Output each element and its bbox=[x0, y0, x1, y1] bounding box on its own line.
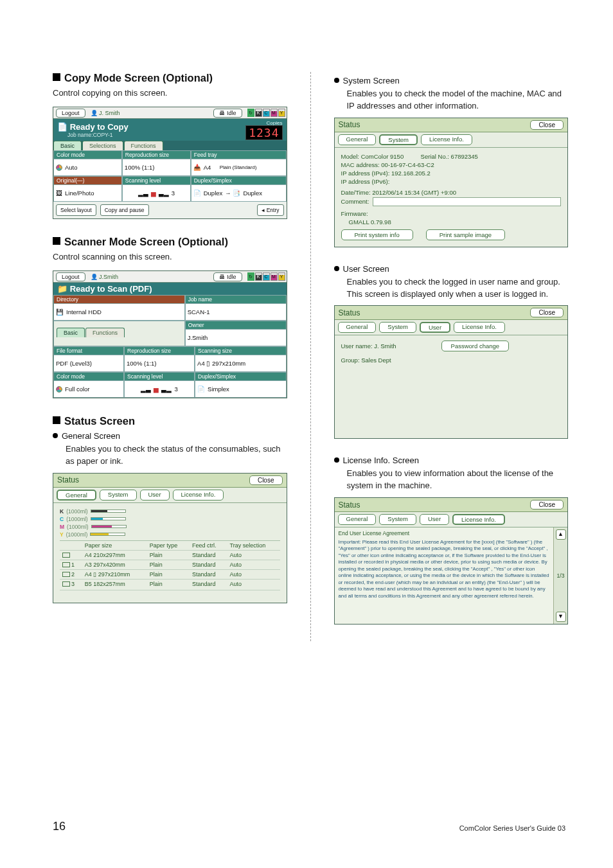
tab-system[interactable]: System bbox=[379, 134, 418, 145]
ink-row: K(1000ml) bbox=[60, 508, 280, 515]
tab-user[interactable]: User bbox=[420, 322, 450, 333]
fileformat-btn[interactable]: PDF (Level3) bbox=[54, 355, 123, 371]
tray-icon bbox=[62, 572, 70, 577]
tray-icon bbox=[62, 562, 70, 567]
comment-field[interactable] bbox=[373, 197, 561, 206]
colormode-btn[interactable]: Full color bbox=[54, 380, 123, 397]
heading-status: Status Screen bbox=[53, 415, 287, 427]
tab-system[interactable]: System bbox=[379, 514, 416, 525]
owner-field[interactable]: J.Smith bbox=[186, 329, 286, 346]
tray-icon bbox=[62, 581, 70, 587]
duplex-btn[interactable]: 📄 Duplex → 📑 Duplex bbox=[191, 184, 286, 201]
colorwheel-icon bbox=[56, 386, 62, 393]
mac-line: MAC address: 00-16-97-C4-63-C2 bbox=[341, 161, 562, 168]
tab-user[interactable]: User bbox=[140, 490, 170, 500]
select-layout-button[interactable]: Select layout bbox=[56, 204, 96, 216]
directory-btn[interactable]: 💾 Internal HDD bbox=[54, 303, 184, 320]
tab-license[interactable]: License Info. bbox=[421, 134, 472, 145]
footer-text: ComColor Series User's Guide 03 bbox=[459, 824, 565, 832]
tab-user[interactable]: User bbox=[420, 514, 449, 525]
page-indicator: 1/3 bbox=[557, 572, 565, 579]
tab-general[interactable]: General bbox=[338, 134, 377, 145]
ink-row: M(1000ml) bbox=[60, 524, 280, 530]
ip6-line: IP address (IPv6): bbox=[341, 178, 562, 185]
copies-value: 1234 bbox=[245, 125, 282, 140]
tab-system[interactable]: System bbox=[100, 490, 137, 500]
tab-functions[interactable]: Functions bbox=[85, 328, 125, 337]
scanner-sub: Control scanning on this screen. bbox=[53, 252, 287, 261]
colormode-btn[interactable]: Auto bbox=[54, 159, 121, 175]
general-desc: Enables you to check the status of the c… bbox=[66, 443, 287, 468]
close-button[interactable]: Close bbox=[530, 500, 564, 509]
tray-icon bbox=[62, 553, 70, 558]
copy-sub: Control copying on this screen. bbox=[53, 88, 287, 98]
heading-scanner: Scanner Mode Screen (Optional) bbox=[53, 236, 287, 248]
tab-general[interactable]: General bbox=[57, 490, 96, 500]
table-row: 1A3 297x420mmPlainStandardAuto bbox=[60, 560, 280, 569]
colorwheel-icon bbox=[56, 164, 62, 171]
tab-general[interactable]: General bbox=[338, 322, 377, 333]
user-label: 👤 J.Smith bbox=[91, 274, 119, 280]
tab-basic[interactable]: Basic bbox=[53, 141, 82, 150]
tab-system[interactable]: System bbox=[379, 322, 416, 333]
system-desc: Enables you to check the model of the ma… bbox=[347, 88, 569, 112]
close-button[interactable]: Close bbox=[530, 308, 564, 317]
tab-license[interactable]: License Info. bbox=[454, 322, 505, 333]
ink-indicators: ↻ KCMY bbox=[247, 109, 285, 117]
ready-label: Ready to Scan (PDF) bbox=[70, 284, 152, 294]
original-btn[interactable]: 🖼 Line/Photo bbox=[54, 184, 121, 201]
repro-btn[interactable]: 100% (1:1) bbox=[123, 159, 190, 175]
eula-text: End User License Agreement Important: Pl… bbox=[335, 527, 554, 624]
password-change-button[interactable]: Password change bbox=[441, 341, 510, 351]
scansize-btn[interactable]: A4 ▯ 297x210mm bbox=[195, 355, 285, 371]
logout-button[interactable]: Logout bbox=[56, 109, 85, 118]
logout-button[interactable]: Logout bbox=[56, 272, 85, 281]
user-title: User Screen bbox=[334, 264, 569, 274]
user-label: 👤 J. Smith bbox=[91, 110, 120, 116]
ip4-line: IP address (IPv4): 192.168.205.2 bbox=[341, 170, 562, 177]
scanner-panel: Logout 👤 J.Smith 🖶 Idle ↻KCMY 📁 Ready to… bbox=[53, 270, 287, 398]
ink-row: Y(1000ml) bbox=[60, 531, 280, 538]
status-license-panel: StatusClose General System User License … bbox=[334, 497, 569, 624]
idle-badge: 🖶 Idle bbox=[213, 109, 242, 118]
datetime-line: Date/Time: 2012/06/14 15:34 (GMT) +9:00 bbox=[341, 189, 562, 196]
general-title: General Screen bbox=[53, 431, 287, 441]
table-row: 3B5 182x257mmPlainStandardAuto bbox=[60, 579, 280, 589]
print-info-button[interactable]: Print system info bbox=[341, 229, 413, 240]
copy-panel: Logout 👤 J. Smith 🖶 Idle ↻ KCMY 📄 Ready … bbox=[53, 107, 287, 219]
tab-license[interactable]: License Info. bbox=[452, 514, 505, 525]
ink-row: C(1000ml) bbox=[60, 516, 280, 522]
heading-copy: Copy Mode Screen (Optional) bbox=[53, 72, 287, 84]
tab-general[interactable]: General bbox=[338, 514, 377, 525]
table-row: A4 210x297mmPlainStandardAuto bbox=[60, 550, 280, 560]
scroll-up-button[interactable]: ▲ bbox=[556, 529, 566, 540]
entry-button[interactable]: ◂ Entry bbox=[257, 204, 283, 216]
tab-basic[interactable]: Basic bbox=[57, 328, 85, 337]
page-number: 16 bbox=[53, 820, 66, 833]
copy-pause-button[interactable]: Copy and pause bbox=[100, 204, 149, 216]
table-row: 2A4 ▯ 297x210mmPlainStandardAuto bbox=[60, 569, 280, 579]
license-desc: Enables you to view information about th… bbox=[347, 468, 569, 492]
user-desc: Enables you to check the logged in user … bbox=[347, 276, 569, 301]
idle-badge: 🖶 Idle bbox=[213, 272, 242, 281]
status-user-panel: StatusClose General System User License … bbox=[334, 305, 569, 439]
tab-selections[interactable]: Selections bbox=[82, 141, 123, 150]
jobname: Job name:COPY-1 bbox=[67, 132, 129, 138]
close-button[interactable]: Close bbox=[530, 120, 564, 130]
status-general-panel: StatusClose General System User License … bbox=[53, 473, 287, 603]
license-title: License Info. Screen bbox=[334, 456, 569, 465]
print-sample-button[interactable]: Print sample image bbox=[426, 229, 505, 240]
scanlevel-btn[interactable]: ▂▃▅▃▂ 3 bbox=[125, 380, 194, 397]
close-button[interactable]: Close bbox=[249, 475, 283, 485]
scroll-down-button[interactable]: ▼ bbox=[556, 612, 566, 622]
jobname-field[interactable]: SCAN-1 bbox=[186, 303, 286, 320]
ready-label: Ready to Copy bbox=[70, 122, 129, 132]
repro-btn[interactable]: 100% (1:1) bbox=[125, 355, 194, 371]
duplex-btn[interactable]: 📄 Simplex bbox=[195, 380, 285, 397]
panel-title: Status bbox=[57, 475, 79, 484]
system-title: System Screen bbox=[334, 76, 569, 85]
tab-license[interactable]: License Info. bbox=[173, 490, 224, 500]
feed-btn[interactable]: 📥 A4 Plain (Standard) bbox=[191, 159, 286, 175]
tab-functions[interactable]: Functions bbox=[124, 141, 163, 150]
scanlevel-btn[interactable]: ▂▃▅▃▂3 bbox=[123, 184, 190, 201]
